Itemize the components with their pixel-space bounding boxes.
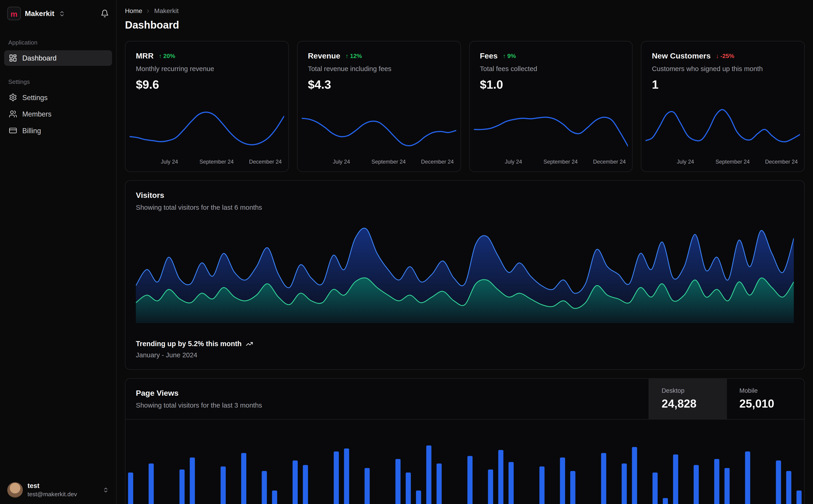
stat-value: $1.0 — [469, 78, 632, 92]
workspace-switcher[interactable]: m Makerkit — [0, 0, 116, 27]
sidebar-item-label: Settings — [22, 93, 48, 101]
trend-down-icon: ↓ — [716, 53, 719, 59]
visitors-trend-text: Trending up by 5.2% this month — [136, 340, 242, 347]
sidebar: m Makerkit Application Dashboard Setting… — [0, 0, 117, 504]
trend-value: 9% — [507, 53, 516, 59]
axis-label: December 24 — [421, 159, 454, 165]
stat-label: Mobile — [739, 387, 792, 394]
sparkline-axis-labels: July 24 September 24 December 24 — [298, 159, 460, 166]
axis-label: July 24 — [161, 159, 178, 165]
sidebar-item-label: Members — [22, 110, 51, 118]
page-title: Dashboard — [125, 19, 805, 31]
stat-title: MRR — [136, 51, 153, 60]
makerkit-logo: m — [7, 7, 21, 20]
trend-value: -25% — [720, 53, 734, 59]
new-customers-sparkline-chart — [642, 99, 804, 157]
stat-value: $4.3 — [298, 78, 460, 92]
axis-label: December 24 — [249, 159, 282, 165]
stat-card-fees: Fees ↑9% Total fees collected $1.0 July … — [469, 41, 633, 172]
trending-up-icon — [246, 340, 253, 347]
stat-card-mrr: MRR ↑20% Monthly recurring revenue $9.6 … — [125, 41, 289, 172]
axis-label: December 24 — [765, 159, 798, 165]
stat-card-revenue: Revenue ↑12% Total revenue including fee… — [297, 41, 461, 172]
workspace-name: Makerkit — [25, 9, 54, 18]
credit-card-icon — [9, 126, 17, 135]
chevrons-up-down-icon — [58, 10, 65, 17]
sidebar-item-billing[interactable]: Billing — [4, 123, 112, 138]
trend-value: 12% — [350, 53, 362, 59]
revenue-sparkline-chart — [298, 99, 460, 157]
page-views-toggle-mobile[interactable]: Mobile 25,010 — [726, 379, 804, 419]
sidebar-item-label: Billing — [22, 127, 41, 134]
axis-label: September 24 — [199, 159, 234, 165]
stat-cards-row: MRR ↑20% Monthly recurring revenue $9.6 … — [125, 41, 805, 172]
user-name: test — [27, 482, 77, 490]
trend-up-icon: ↑ — [346, 53, 349, 59]
user-email: test@makerkit.dev — [27, 490, 77, 498]
user-menu[interactable]: test test@makerkit.dev — [0, 476, 116, 504]
trend-badge: ↑9% — [503, 53, 516, 59]
users-icon — [9, 110, 17, 118]
trend-up-icon: ↑ — [503, 53, 506, 59]
section-label-settings: Settings — [0, 66, 116, 89]
breadcrumb-current: Makerkit — [154, 7, 178, 15]
stat-value: 24,828 — [662, 397, 714, 411]
mrr-sparkline-chart — [125, 99, 288, 157]
trend-badge: ↑12% — [346, 53, 362, 59]
trend-badge: ↓-25% — [716, 53, 734, 59]
stat-label: Desktop — [662, 387, 714, 394]
axis-label: July 24 — [333, 159, 350, 165]
visitors-period: January - June 2024 — [136, 351, 794, 359]
breadcrumb-home-link[interactable]: Home — [125, 7, 142, 15]
app-window: m Makerkit Application Dashboard Setting… — [0, 0, 813, 504]
page-views-subtitle: Showing total visitors for the last 3 mo… — [136, 401, 638, 409]
stat-subtitle: Customers who signed up this month — [642, 65, 804, 72]
sparkline-axis-labels: July 24 September 24 December 24 — [469, 159, 632, 166]
sidebar-item-members[interactable]: Members — [4, 106, 112, 122]
stat-title: Revenue — [308, 51, 340, 60]
trend-badge: ↑20% — [159, 53, 175, 59]
axis-label: September 24 — [543, 159, 578, 165]
stat-value: 25,010 — [739, 397, 792, 411]
axis-label: July 24 — [677, 159, 694, 165]
fees-sparkline-chart — [469, 99, 632, 157]
sidebar-item-label: Dashboard — [22, 54, 56, 62]
trend-up-icon: ↑ — [159, 53, 162, 59]
notifications-bell-icon[interactable] — [101, 9, 109, 18]
axis-label: July 24 — [505, 159, 522, 165]
page-views-toggle-desktop[interactable]: Desktop 24,828 — [649, 379, 726, 419]
sparkline-axis-labels: July 24 September 24 December 24 — [642, 159, 804, 166]
stat-title: Fees — [480, 51, 498, 60]
visitors-title: Visitors — [136, 191, 794, 199]
axis-label: September 24 — [716, 159, 750, 165]
stat-subtitle: Total fees collected — [469, 65, 632, 72]
chevrons-up-down-icon — [103, 487, 109, 493]
page-views-bar-chart — [125, 419, 804, 504]
section-label-application: Application — [0, 27, 116, 50]
main-content: Home Makerkit Dashboard MRR ↑20% Monthly… — [117, 0, 813, 504]
stat-subtitle: Total revenue including fees — [298, 65, 460, 72]
axis-label: September 24 — [371, 159, 406, 165]
page-views-card: Page Views Showing total visitors for th… — [125, 378, 805, 504]
gear-icon — [9, 93, 17, 101]
visitors-footer: Trending up by 5.2% this month January -… — [136, 340, 794, 359]
stat-subtitle: Monthly recurring revenue — [125, 65, 288, 72]
user-avatar — [7, 482, 23, 498]
sparkline-axis-labels: July 24 September 24 December 24 — [125, 159, 288, 166]
visitors-card: Visitors Showing total visitors for the … — [125, 180, 805, 370]
dashboard-grid-icon — [9, 54, 17, 62]
stat-value: $9.6 — [125, 78, 288, 92]
visitors-area-chart — [136, 224, 794, 323]
page-views-title: Page Views — [136, 388, 638, 397]
stat-title: New Customers — [652, 51, 711, 60]
trend-value: 20% — [163, 53, 175, 59]
axis-label: December 24 — [593, 159, 626, 165]
visitors-subtitle: Showing total visitors for the last 6 mo… — [136, 204, 794, 211]
sidebar-item-dashboard[interactable]: Dashboard — [4, 50, 112, 66]
page-views-header: Page Views Showing total visitors for th… — [125, 379, 804, 419]
stat-value: 1 — [642, 78, 804, 92]
stat-card-new-customers: New Customers ↓-25% Customers who signed… — [641, 41, 805, 172]
sidebar-item-settings[interactable]: Settings — [4, 90, 112, 105]
breadcrumb: Home Makerkit — [125, 7, 805, 15]
chevron-right-icon — [145, 8, 151, 14]
